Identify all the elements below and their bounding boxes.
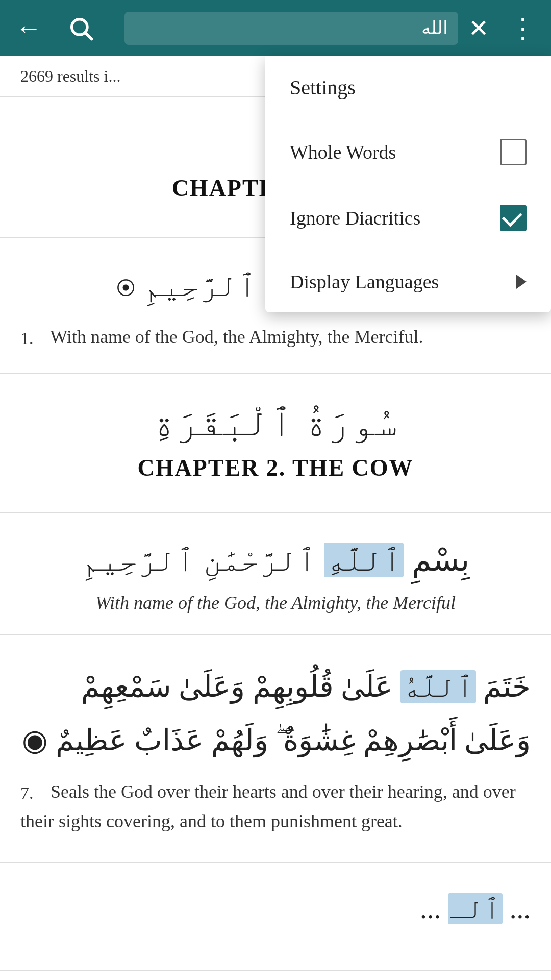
dropdown-menu: Settings Whole Words Ignore Diacritics D… [265,56,551,312]
verse7-num: 7. [20,777,46,807]
ignore-diacritics-label: Ignore Diacritics [290,207,420,229]
verse1-num: 1. [20,323,46,352]
ignore-diacritics-item[interactable]: Ignore Diacritics [265,185,551,251]
ignore-diacritics-checkbox[interactable] [500,205,527,231]
verse7-translation: 7. Seals the God over their hearts and o… [20,777,531,837]
basmala-highlight: ٱللَّهِ [324,543,404,577]
chapter2-block: سُورَةُ ٱلْبَقَرَةِ CHAPTER 2. THE COW [0,374,551,513]
whole-words-label: Whole Words [290,141,396,163]
basmala-translation: With name of the God, the Almighty, the … [20,592,531,614]
chapter2-basmala-block: بِسْمِ ٱللَّهِ ٱلرَّحْمَٰنِ ٱلرَّحِيمِ W… [0,513,551,635]
display-languages-item[interactable]: Display Languages [265,251,551,312]
svg-line-1 [86,33,92,39]
top-bar: ← ✕ ⋮ [0,0,551,56]
next-verse-highlight: ٱلـ [448,893,503,924]
whole-words-item[interactable]: Whole Words [265,119,551,185]
whole-words-checkbox[interactable] [500,139,527,165]
more-options-button[interactable]: ⋮ [509,12,536,44]
next-verse-partial: ... ٱلـ ... [0,863,551,971]
verse7-highlight: ٱللَّهُ [400,670,476,703]
results-text: 2669 results i... [20,67,120,86]
close-button[interactable]: ✕ [468,14,489,42]
chevron-right-icon [516,275,527,289]
verse7-block: خَتَمَ ٱللَّهُ عَلَىٰ قُلُوبِهِمْ وَعَلَ… [0,635,551,863]
verse7-arabic: خَتَمَ ٱللَّهُ عَلَىٰ قُلُوبِهِمْ وَعَلَ… [20,660,531,767]
top-bar-left: ← [15,13,94,43]
search-icon [67,15,94,41]
menu-title: Settings [265,56,551,119]
back-button[interactable]: ← [15,13,42,43]
verse1-translation: 1. With name of the God, the Almighty, t… [20,323,531,352]
chapter2-arabic-title: سُورَةُ ٱلْبَقَرَةِ [20,400,531,444]
search-bar [124,12,458,45]
next-verse-arabic: ... ٱلـ ... [20,884,531,934]
verse1-translation-text: With name of the God, the Almighty, the … [50,327,423,347]
search-input[interactable] [135,17,448,39]
search-icon-button[interactable] [67,15,94,41]
basmala-arabic: بِسْمِ ٱللَّهِ ٱلرَّحْمَٰنِ ٱلرَّحِيمِ [20,533,531,587]
display-languages-label: Display Languages [290,271,439,293]
verse7-translation-text: Seals the God over their hearts and over… [20,781,516,831]
chapter2-title: CHAPTER 2. THE COW [20,454,531,481]
top-bar-right: ✕ ⋮ [468,12,536,44]
